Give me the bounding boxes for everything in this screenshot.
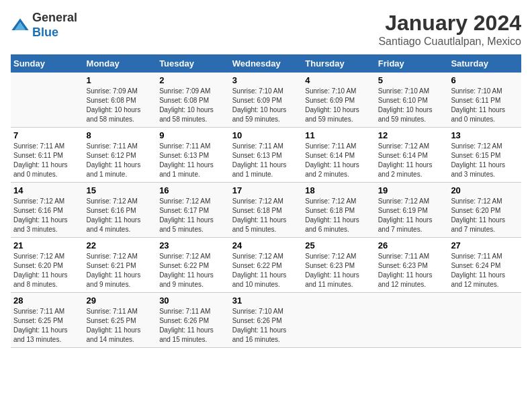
day-info: Sunrise: 7:11 AM Sunset: 6:12 PM Dayligh… [87, 142, 154, 179]
calendar-cell: 31Sunrise: 7:10 AM Sunset: 6:26 PM Dayli… [230, 293, 303, 348]
day-info: Sunrise: 7:10 AM Sunset: 6:10 PM Dayligh… [378, 87, 446, 124]
header-day-tuesday: Tuesday [157, 54, 230, 73]
day-info: Sunrise: 7:09 AM Sunset: 6:08 PM Dayligh… [87, 87, 154, 124]
day-info: Sunrise: 7:11 AM Sunset: 6:14 PM Dayligh… [305, 142, 373, 179]
week-row-3: 14Sunrise: 7:12 AM Sunset: 6:16 PM Dayli… [11, 183, 521, 238]
day-number: 13 [451, 130, 519, 140]
day-info: Sunrise: 7:10 AM Sunset: 6:09 PM Dayligh… [305, 87, 373, 124]
week-row-2: 7Sunrise: 7:11 AM Sunset: 6:11 PM Daylig… [11, 128, 521, 183]
day-info: Sunrise: 7:11 AM Sunset: 6:24 PM Dayligh… [451, 252, 519, 289]
calendar-cell: 17Sunrise: 7:12 AM Sunset: 6:18 PM Dayli… [230, 183, 303, 238]
week-row-5: 28Sunrise: 7:11 AM Sunset: 6:25 PM Dayli… [11, 293, 521, 348]
calendar-cell: 29Sunrise: 7:11 AM Sunset: 6:25 PM Dayli… [84, 293, 157, 348]
day-info: Sunrise: 7:12 AM Sunset: 6:14 PM Dayligh… [378, 142, 446, 179]
day-number: 21 [13, 240, 81, 250]
day-number: 6 [451, 75, 519, 85]
calendar-cell: 1Sunrise: 7:09 AM Sunset: 6:08 PM Daylig… [84, 73, 157, 128]
day-info: Sunrise: 7:12 AM Sunset: 6:22 PM Dayligh… [159, 252, 227, 289]
calendar-cell: 11Sunrise: 7:11 AM Sunset: 6:14 PM Dayli… [302, 128, 375, 183]
calendar-cell [302, 293, 375, 348]
calendar-cell: 15Sunrise: 7:12 AM Sunset: 6:16 PM Dayli… [84, 183, 157, 238]
day-info: Sunrise: 7:11 AM Sunset: 6:11 PM Dayligh… [13, 142, 81, 179]
day-number: 2 [159, 75, 227, 85]
subtitle: Santiago Cuautlalpan, Mexico [378, 36, 521, 48]
header-day-saturday: Saturday [448, 54, 521, 73]
day-info: Sunrise: 7:12 AM Sunset: 6:23 PM Dayligh… [305, 252, 373, 289]
calendar-cell: 6Sunrise: 7:10 AM Sunset: 6:11 PM Daylig… [448, 73, 521, 128]
calendar-header: SundayMondayTuesdayWednesdayThursdayFrid… [11, 54, 521, 73]
calendar-cell: 14Sunrise: 7:12 AM Sunset: 6:16 PM Dayli… [11, 183, 84, 238]
calendar-body: 1Sunrise: 7:09 AM Sunset: 6:08 PM Daylig… [11, 73, 521, 348]
logo-text: General Blue [32, 11, 77, 40]
header-day-sunday: Sunday [11, 54, 84, 73]
day-info: Sunrise: 7:11 AM Sunset: 6:25 PM Dayligh… [87, 307, 154, 345]
calendar-cell: 3Sunrise: 7:10 AM Sunset: 6:09 PM Daylig… [230, 73, 303, 128]
header: General Blue January 2024 Santiago Cuaut… [11, 11, 521, 48]
day-info: Sunrise: 7:11 AM Sunset: 6:25 PM Dayligh… [13, 307, 81, 345]
header-day-monday: Monday [84, 54, 157, 73]
day-number: 23 [159, 240, 227, 250]
day-number: 8 [87, 130, 154, 140]
day-info: Sunrise: 7:12 AM Sunset: 6:18 PM Dayligh… [232, 197, 300, 234]
day-number: 12 [378, 130, 446, 140]
calendar-cell: 8Sunrise: 7:11 AM Sunset: 6:12 PM Daylig… [84, 128, 157, 183]
day-number: 18 [305, 185, 373, 195]
day-info: Sunrise: 7:12 AM Sunset: 6:18 PM Dayligh… [305, 197, 373, 234]
day-number: 14 [13, 185, 81, 195]
day-info: Sunrise: 7:11 AM Sunset: 6:13 PM Dayligh… [232, 142, 300, 179]
day-info: Sunrise: 7:11 AM Sunset: 6:13 PM Dayligh… [159, 142, 227, 179]
day-number: 9 [159, 130, 227, 140]
day-number: 5 [378, 75, 446, 85]
day-number: 16 [159, 185, 227, 195]
day-info: Sunrise: 7:11 AM Sunset: 6:23 PM Dayligh… [378, 252, 446, 289]
calendar-cell [375, 293, 449, 348]
logo-blue: Blue [32, 26, 58, 39]
calendar-cell: 28Sunrise: 7:11 AM Sunset: 6:25 PM Dayli… [11, 293, 84, 348]
day-number: 30 [159, 295, 227, 306]
day-info: Sunrise: 7:12 AM Sunset: 6:16 PM Dayligh… [87, 197, 154, 234]
calendar-cell: 9Sunrise: 7:11 AM Sunset: 6:13 PM Daylig… [157, 128, 230, 183]
day-number: 27 [451, 240, 519, 250]
day-number: 28 [13, 295, 81, 306]
calendar-cell: 23Sunrise: 7:12 AM Sunset: 6:22 PM Dayli… [157, 238, 230, 293]
day-info: Sunrise: 7:09 AM Sunset: 6:08 PM Dayligh… [159, 87, 227, 124]
calendar-cell: 2Sunrise: 7:09 AM Sunset: 6:08 PM Daylig… [157, 73, 230, 128]
day-number: 15 [87, 185, 154, 195]
calendar-cell: 7Sunrise: 7:11 AM Sunset: 6:11 PM Daylig… [11, 128, 84, 183]
day-info: Sunrise: 7:12 AM Sunset: 6:19 PM Dayligh… [378, 197, 446, 234]
day-info: Sunrise: 7:10 AM Sunset: 6:26 PM Dayligh… [232, 307, 300, 345]
day-info: Sunrise: 7:10 AM Sunset: 6:11 PM Dayligh… [451, 87, 519, 124]
main-title: January 2024 [378, 11, 521, 36]
day-number: 24 [232, 240, 300, 250]
calendar-cell: 5Sunrise: 7:10 AM Sunset: 6:10 PM Daylig… [375, 73, 449, 128]
calendar-cell: 21Sunrise: 7:12 AM Sunset: 6:20 PM Dayli… [11, 238, 84, 293]
calendar-cell: 27Sunrise: 7:11 AM Sunset: 6:24 PM Dayli… [448, 238, 521, 293]
calendar-cell: 10Sunrise: 7:11 AM Sunset: 6:13 PM Dayli… [230, 128, 303, 183]
calendar-cell: 18Sunrise: 7:12 AM Sunset: 6:18 PM Dayli… [302, 183, 375, 238]
calendar-cell [11, 73, 84, 128]
day-number: 7 [13, 130, 81, 140]
logo-icon [11, 16, 30, 35]
day-info: Sunrise: 7:12 AM Sunset: 6:15 PM Dayligh… [451, 142, 519, 179]
day-number: 17 [232, 185, 300, 195]
calendar-cell: 20Sunrise: 7:12 AM Sunset: 6:20 PM Dayli… [448, 183, 521, 238]
calendar-cell [448, 293, 521, 348]
calendar-header-row: SundayMondayTuesdayWednesdayThursdayFrid… [11, 54, 521, 73]
day-number: 3 [232, 75, 300, 85]
day-info: Sunrise: 7:12 AM Sunset: 6:17 PM Dayligh… [159, 197, 227, 234]
day-number: 20 [451, 185, 519, 195]
calendar-cell: 30Sunrise: 7:11 AM Sunset: 6:26 PM Dayli… [157, 293, 230, 348]
calendar-cell: 13Sunrise: 7:12 AM Sunset: 6:15 PM Dayli… [448, 128, 521, 183]
calendar-cell: 19Sunrise: 7:12 AM Sunset: 6:19 PM Dayli… [375, 183, 449, 238]
calendar-cell: 12Sunrise: 7:12 AM Sunset: 6:14 PM Dayli… [375, 128, 449, 183]
day-info: Sunrise: 7:12 AM Sunset: 6:21 PM Dayligh… [87, 252, 154, 289]
day-info: Sunrise: 7:10 AM Sunset: 6:09 PM Dayligh… [232, 87, 300, 124]
day-number: 4 [305, 75, 373, 85]
day-info: Sunrise: 7:12 AM Sunset: 6:20 PM Dayligh… [451, 197, 519, 234]
calendar-cell: 4Sunrise: 7:10 AM Sunset: 6:09 PM Daylig… [302, 73, 375, 128]
week-row-1: 1Sunrise: 7:09 AM Sunset: 6:08 PM Daylig… [11, 73, 521, 128]
day-number: 22 [87, 240, 154, 250]
header-day-friday: Friday [375, 54, 449, 73]
week-row-4: 21Sunrise: 7:12 AM Sunset: 6:20 PM Dayli… [11, 238, 521, 293]
day-number: 11 [305, 130, 373, 140]
